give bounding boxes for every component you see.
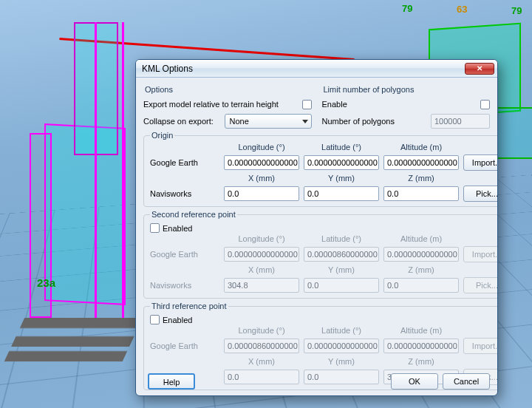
second-ref-title: Second reference point	[150, 210, 237, 219]
options-group-title: Options	[143, 85, 312, 94]
ge-row-label: Google Earth	[150, 341, 219, 350]
chevron-down-icon	[302, 120, 308, 123]
origin-ge-latitude[interactable]: 0.00000000000000	[304, 155, 379, 170]
third-ref-title: Third reference point	[150, 302, 228, 310]
altitude-header: Altitude (m)	[383, 326, 459, 335]
nw-row-label: Navisworks	[150, 189, 219, 198]
export-relative-checkbox[interactable]	[302, 100, 312, 109]
limit-group-title: Limit number of polygons	[322, 85, 491, 94]
third-ge-altitude: 0.00000000000000	[383, 339, 459, 353]
origin-import-button[interactable]: Import...	[463, 154, 498, 171]
window-title: KML Options	[142, 64, 465, 74]
y-header: Y (mm)	[304, 357, 379, 366]
origin-nw-z[interactable]: 0.0	[383, 186, 459, 201]
latitude-header: Latitude (°)	[304, 143, 379, 152]
second-enabled-checkbox[interactable]	[150, 223, 160, 233]
origin-group: Origin Longitude (°) Latitude (°) Altitu…	[143, 131, 498, 207]
latitude-header: Latitude (°)	[304, 326, 379, 335]
polygon-count-field: 100000	[431, 114, 490, 129]
second-ge-altitude: 0.00000000000000	[383, 247, 459, 262]
second-ge-longitude: 0.00000000000000	[224, 247, 299, 262]
axis-label: 79	[511, 5, 522, 16]
origin-nw-y[interactable]: 0.0	[304, 186, 379, 201]
third-enabled-checkbox[interactable]	[150, 315, 160, 324]
ge-row-label: Google Earth	[150, 158, 219, 167]
second-pick-button: Pick...	[463, 277, 498, 293]
origin-group-title: Origin	[150, 131, 174, 140]
longitude-header: Longitude (°)	[224, 326, 299, 335]
y-header: Y (mm)	[304, 265, 379, 274]
origin-ge-altitude[interactable]: 0.00000000000000	[383, 155, 459, 170]
second-nw-y: 0.0	[304, 278, 379, 293]
x-header: X (mm)	[224, 265, 299, 274]
close-button[interactable]: ✕	[465, 63, 494, 75]
third-import-button: Import...	[463, 338, 498, 354]
origin-pick-button[interactable]: Pick...	[463, 186, 498, 202]
limit-enable-label: Enable	[322, 100, 481, 109]
altitude-header: Altitude (m)	[383, 143, 459, 152]
axis-label: 63	[457, 4, 467, 15]
third-enabled-label: Enabled	[163, 316, 192, 324]
altitude-header: Altitude (m)	[383, 234, 459, 243]
x-header: X (mm)	[224, 357, 299, 366]
kml-options-dialog: KML Options ✕ Options Export model relat…	[135, 59, 498, 396]
collapse-label: Collapse on export:	[143, 117, 225, 126]
y-header: Y (mm)	[304, 174, 379, 183]
second-enabled-label: Enabled	[163, 224, 192, 233]
second-ref-group: Second reference point Enabled Longitude…	[143, 210, 498, 299]
origin-ge-longitude[interactable]: 0.00000000000000	[224, 155, 299, 170]
ok-button[interactable]: OK	[391, 373, 438, 390]
polygon-count-label: Number of polygons	[322, 117, 432, 126]
z-header: Z (mm)	[383, 357, 459, 366]
longitude-header: Longitude (°)	[224, 234, 299, 243]
second-ge-latitude: 0.00000860000000	[304, 247, 379, 262]
titlebar[interactable]: KML Options ✕	[136, 60, 497, 78]
longitude-header: Longitude (°)	[224, 143, 299, 152]
limit-enable-checkbox[interactable]	[480, 100, 490, 109]
second-import-button: Import...	[463, 246, 498, 262]
third-ge-longitude: 0.00000860000000	[224, 339, 299, 353]
help-button[interactable]: Help	[148, 373, 195, 390]
x-header: X (mm)	[224, 174, 299, 183]
axis-label: 23a	[37, 276, 55, 289]
origin-nw-x[interactable]: 0.0	[224, 186, 299, 201]
z-header: Z (mm)	[383, 174, 459, 183]
third-ge-latitude: 0.00000000000000	[304, 339, 379, 353]
export-relative-label: Export model relative to terrain height	[143, 100, 302, 109]
axis-label: 79	[402, 3, 412, 14]
z-header: Z (mm)	[383, 265, 459, 274]
latitude-header: Latitude (°)	[304, 234, 379, 243]
second-nw-z: 0.0	[383, 278, 459, 293]
collapse-select-value: None	[230, 117, 249, 126]
second-nw-x: 304.8	[224, 278, 299, 293]
ge-row-label: Google Earth	[150, 250, 219, 259]
nw-row-label: Navisworks	[150, 281, 219, 290]
cancel-button[interactable]: Cancel	[443, 373, 490, 390]
collapse-select[interactable]: None	[225, 114, 312, 129]
